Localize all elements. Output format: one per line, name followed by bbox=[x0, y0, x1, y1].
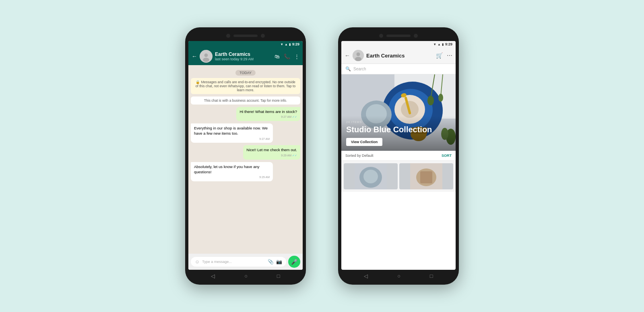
phone-add-icon[interactable]: 📞 bbox=[284, 53, 290, 60]
shop-hero-banner: 24 ITEMS Studio Blue Collection View Col… bbox=[341, 74, 456, 151]
message-bubble-1: Hi there! What items are in stock? 9:27 … bbox=[236, 107, 300, 121]
message-text-2: Everything in our shop is available now.… bbox=[194, 126, 268, 135]
message-row-3: Nice!! Let me check them out. 9:29 AM ✓✓ bbox=[191, 145, 300, 159]
contact-avatar[interactable] bbox=[200, 50, 213, 63]
wifi-icon: ▼ bbox=[280, 43, 283, 46]
contact-name: Earth Ceramics bbox=[215, 51, 272, 57]
encryption-notice[interactable]: 🔒 Messages and calls are end-to-end encr… bbox=[191, 78, 300, 94]
read-tick-1: ✓✓ bbox=[292, 115, 297, 118]
message-row-1: Hi there! What items are in stock? 9:27 … bbox=[191, 107, 300, 121]
attachment-icon[interactable]: 📎 bbox=[268, 259, 274, 265]
front-camera bbox=[226, 34, 230, 38]
battery-icon: ▮ bbox=[289, 43, 291, 46]
phone-2-nav: ◁ ○ □ bbox=[341, 270, 456, 280]
shop-header: ← Earth Ceramics 🛒 ⋯ bbox=[341, 47, 456, 64]
hero-overlay: 24 ITEMS Studio Blue Collection View Col… bbox=[341, 116, 456, 151]
status-icons-1: ▼ ▲ ▮ bbox=[280, 43, 291, 46]
message-row-4: Absolutely, let us know if you have any … bbox=[191, 162, 300, 181]
read-tick-3: ✓✓ bbox=[292, 154, 297, 157]
sort-label: Sorted by Default bbox=[345, 154, 374, 158]
svg-point-26 bbox=[363, 170, 378, 183]
svg-point-2 bbox=[203, 58, 209, 62]
phone-2: ▼ ▲ ▮ 9:29 ← Earth Ceramics 🛒 ⋯ bbox=[338, 27, 459, 285]
message-time-2: 9:27 AM bbox=[194, 137, 270, 141]
home-nav-btn-2[interactable]: ○ bbox=[397, 273, 400, 279]
phone-1-screen: ▼ ▲ ▮ 9:29 ← Earth Ceramics last seen to… bbox=[188, 41, 303, 270]
product-thumb-1[interactable] bbox=[344, 163, 398, 189]
message-time-3: 9:29 AM ✓✓ bbox=[246, 154, 297, 158]
back-button[interactable]: ← bbox=[192, 53, 197, 60]
speaker-2 bbox=[386, 35, 411, 37]
hero-items-count: 24 ITEMS bbox=[346, 121, 451, 123]
status-time-1: 9:29 bbox=[292, 42, 299, 46]
phone-1-nav: ◁ ○ □ bbox=[188, 270, 303, 280]
message-row-2: Everything in our shop is available now.… bbox=[191, 123, 300, 143]
chat-body: TODAY 🔒 Messages and calls are end-to-en… bbox=[188, 65, 303, 254]
chat-header-icons: 🛍 📞 ⋮ bbox=[275, 53, 299, 60]
more-vert-icon[interactable]: ⋮ bbox=[294, 53, 299, 60]
svg-point-5 bbox=[355, 57, 361, 62]
sort-bar: Sorted by Default SORT bbox=[341, 151, 456, 161]
search-icon: 🔍 bbox=[345, 66, 351, 72]
bag-icon[interactable]: 🛍 bbox=[275, 53, 280, 60]
phone-1: ▼ ▲ ▮ 9:29 ← Earth Ceramics last seen to… bbox=[185, 27, 306, 285]
contact-info[interactable]: Earth Ceramics last seen today 9:29 AM bbox=[215, 51, 272, 61]
front-camera-3 bbox=[379, 34, 383, 38]
view-collection-button[interactable]: View Collection bbox=[346, 138, 382, 146]
message-text-4: Absolutely, let us know if you have any … bbox=[194, 164, 259, 174]
phone-1-top-bar bbox=[188, 32, 303, 41]
status-bar-1: ▼ ▲ ▮ 9:29 bbox=[188, 41, 303, 47]
input-placeholder: Type a message... bbox=[202, 260, 265, 264]
cart-icon[interactable]: 🛒 bbox=[436, 52, 443, 59]
svg-rect-29 bbox=[420, 171, 432, 183]
front-camera-2 bbox=[261, 34, 265, 38]
message-time-1: 9:27 AM ✓✓ bbox=[239, 115, 297, 119]
mic-button[interactable]: 🎤 bbox=[288, 256, 300, 268]
chat-input-bar: ☺ Type a message... 📎 📷 🎤 bbox=[188, 254, 303, 270]
phone-2-top-bar bbox=[341, 32, 456, 41]
back-nav-btn[interactable]: ◁ bbox=[211, 273, 215, 279]
business-notice[interactable]: This chat is with a business account. Ta… bbox=[191, 96, 300, 105]
chat-input-icons: 📎 📷 bbox=[268, 259, 282, 265]
recents-nav-btn-2[interactable]: □ bbox=[430, 273, 433, 279]
product-grid bbox=[341, 161, 456, 192]
search-placeholder: Search bbox=[353, 67, 366, 71]
phone-2-screen: ▼ ▲ ▮ 9:29 ← Earth Ceramics 🛒 ⋯ bbox=[341, 41, 456, 270]
svg-point-1 bbox=[204, 53, 208, 57]
contact-status: last seen today 9:29 AM bbox=[215, 57, 272, 61]
battery-icon-2: ▮ bbox=[442, 43, 444, 46]
signal-icon: ▲ bbox=[285, 43, 288, 46]
hero-title: Studio Blue Collection bbox=[346, 125, 451, 134]
recents-nav-btn[interactable]: □ bbox=[277, 273, 280, 279]
message-text-1: Hi there! What items are in stock? bbox=[239, 109, 297, 114]
emoji-icon[interactable]: ☺ bbox=[195, 259, 200, 265]
shop-search-bar[interactable]: 🔍 Search bbox=[341, 64, 456, 74]
message-bubble-2: Everything in our shop is available now.… bbox=[191, 123, 273, 143]
home-nav-btn[interactable]: ○ bbox=[244, 273, 248, 279]
svg-point-20 bbox=[427, 96, 434, 105]
back-nav-btn-2[interactable]: ◁ bbox=[364, 273, 368, 279]
shop-header-icons: 🛒 ⋯ bbox=[436, 52, 452, 59]
shop-back-button[interactable]: ← bbox=[345, 52, 350, 59]
wifi-icon-2: ▼ bbox=[433, 43, 436, 46]
svg-point-21 bbox=[438, 94, 443, 102]
chat-input-box[interactable]: ☺ Type a message... 📎 📷 bbox=[191, 257, 286, 267]
shop-avatar[interactable] bbox=[353, 50, 364, 61]
message-bubble-3: Nice!! Let me check them out. 9:29 AM ✓✓ bbox=[243, 145, 300, 159]
sort-button[interactable]: SORT bbox=[442, 154, 452, 158]
speaker bbox=[233, 35, 258, 37]
message-time-4: 9:29 AM bbox=[194, 175, 270, 179]
chat-date-label: TODAY bbox=[191, 68, 300, 76]
signal-icon-2: ▲ bbox=[438, 43, 441, 46]
message-text-3: Nice!! Let me check them out. bbox=[246, 148, 297, 152]
product-thumb-2[interactable] bbox=[399, 163, 453, 189]
svg-point-4 bbox=[357, 53, 360, 56]
message-bubble-4: Absolutely, let us know if you have any … bbox=[191, 162, 273, 181]
camera-icon[interactable]: 📷 bbox=[276, 259, 282, 265]
chat-header: ← Earth Ceramics last seen today 9:29 AM… bbox=[188, 47, 303, 65]
status-icons-2: ▼ ▲ ▮ bbox=[433, 43, 444, 46]
front-camera-4 bbox=[414, 34, 418, 38]
date-pill: TODAY bbox=[235, 70, 256, 76]
status-time-2: 9:29 bbox=[445, 42, 452, 46]
more-icon[interactable]: ⋯ bbox=[447, 52, 452, 59]
